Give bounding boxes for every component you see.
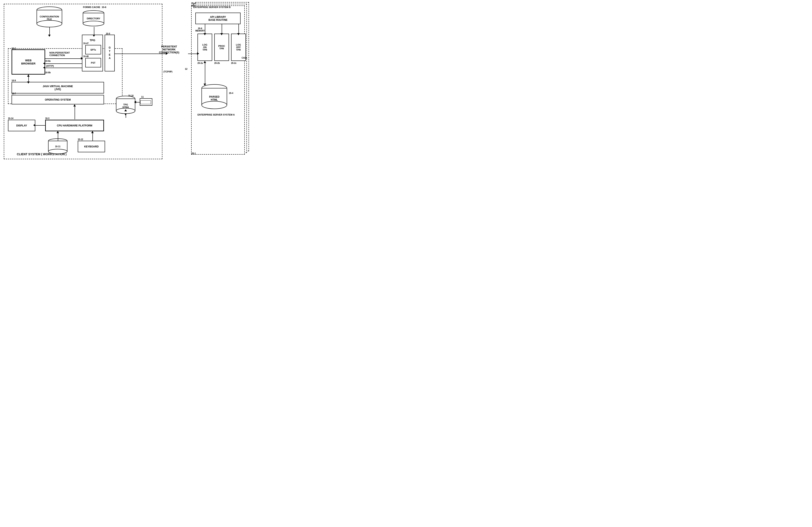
device-11-label: 11 [141,96,144,98]
tpg-gtea-disk: TPGGTEA [115,96,136,115]
jvm-box: JAVA VIRTUAL MACHINE(JVE) [12,82,104,93]
memory-206-label: 20-6MEMORY [195,27,205,32]
arrow-dev11-disk [136,102,140,103]
config-file: CONFIGURATIONFILE [36,6,63,27]
arrow-gtea-persistent [115,54,167,54]
api-library-box: API LIBRARYBASE ROUTINE [195,13,241,24]
arrowhead-logon-parsed [204,84,206,86]
arrow-api-proc [222,24,222,34]
web-browser-id: 10-2 [12,47,16,49]
spts-box: SPTs [85,45,101,54]
arrowhead-cpu-tpggtea-d [125,114,127,116]
cpu-box: CPU HARDWARE PLATFORM [45,120,104,131]
forms-cache-cylinder: DIRECTORY [82,10,105,27]
gtea-box: GTEA [105,35,115,71]
non-persistent-label: NON-PERSISTENTCONNECTION [49,52,70,57]
arrowhead-dir-tpg [93,35,95,37]
ref-108b: 10-8b [45,71,50,74]
pst-box: PST [85,58,101,68]
web-browser-box: WEBBROWSER [12,49,45,75]
log-on-id: 20-2a [198,62,203,64]
arrowhead-cpu-tpggtea-u [125,109,127,111]
arrow-pers-logon [188,54,198,54]
svg-point-16 [202,101,227,109]
log-off-id: 20-2c [231,62,236,64]
svg-point-2 [37,20,62,27]
arrowhead-gtea-pers [166,52,168,55]
arrow-api-logon [205,24,205,34]
arrowhead-api-proc [220,33,223,35]
arrow-tpg-wb-left [45,63,82,64]
keyboard-id: 10-12 [78,138,83,141]
arrow-logon-parsed [205,61,205,85]
arrowhead-cpu-os [73,104,76,106]
arrowhead-wb-jvm-d [27,82,30,84]
tpg-box: TPG 10-47 SPTs 10-48 PST [82,35,103,71]
ref-201: 20-1 [192,152,196,155]
diagram: CLIENT SYSTEM ( WORKSTATION ) MEMORY 10-… [0,0,252,164]
arrowhead-keyboard-cpu [91,131,94,133]
arrow-config-tpg [49,27,50,35]
svg-point-7 [83,21,104,26]
ent-server-a-label: ENTERPRISE SERVER SYSTEM A [198,114,235,116]
cpu-id: 10-3 [45,117,49,119]
device-11-inner [140,100,151,104]
arrowhead-disk-cpu [57,131,59,133]
proc-tpr-box: PROCTPR [214,34,229,61]
call-label: CALL [242,57,247,59]
display-id: 10-14 [8,117,13,119]
forms-cache-label: FORMS CACHE 10-6 [83,6,106,9]
arrowhead-wb-tpg-r [81,57,83,60]
parsed-html-cylinder: PARSEDHTML [201,84,228,109]
arrow-wb-tpg-right [45,58,82,59]
svg-point-10 [48,149,67,154]
arrow-cpu-display [35,125,45,126]
arrow-api-logoff [238,24,239,34]
http-label: (HTTP) [46,65,54,67]
parsed-html-id: 20-4 [229,92,233,94]
jvm-id: 10-9 [12,79,16,82]
os-box: OPERATING SYSTEM [12,95,104,104]
arrowhead-config-tpg [48,35,50,37]
os-id: 10-7 [12,92,16,95]
persistent-network-label: PERSISTENTNETWORKCONNECTION(S) [157,45,182,54]
arrowhead-api-logoff [237,33,240,35]
arrow-cpu-os [75,105,75,119]
ent-server-b-label: ENTERPRISE SERVER SYSTEM B [193,6,231,9]
arrowhead-tpg-wb-l [43,62,45,65]
conn-12-label: 12 [185,68,187,70]
display-box: DISPLAY [8,120,35,131]
proc-tpr-id: 20-2b [214,62,220,64]
tpg-gtea-id: 10-10 [128,94,134,97]
ref-20n: 20-n [191,2,195,4]
arrowhead-cpu-display [33,124,35,127]
arrowhead-pers-logon [197,52,199,55]
ref-202: 20-2 [191,5,195,7]
arrowhead-http [43,67,45,69]
arrowhead-dev11-disk [134,101,136,103]
arrowhead-api-logon [204,33,206,35]
arrowhead-logon-parsed-u [204,61,206,63]
arrowhead-wb-jvm-u [27,75,30,77]
arrow-http [45,68,82,68]
arrow-dir-tpg [94,27,94,35]
gtea-id: 10-5 [106,32,110,35]
log-on-box: LOGONTPR [198,34,212,61]
keyboard-box: KEYBOARD [78,141,105,152]
tcp-ip-label: (TCP/IP) [163,70,173,73]
ref-108a: 10-8a [45,60,50,62]
